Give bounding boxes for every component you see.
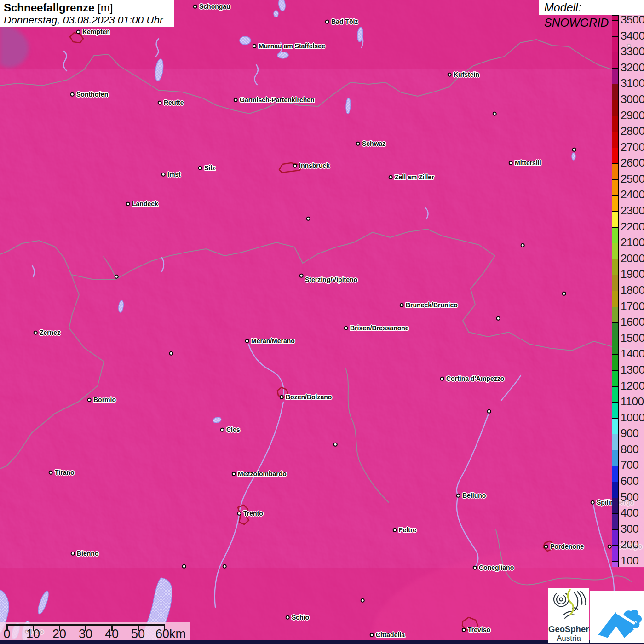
city-dot-icon [493, 112, 497, 116]
city-dot-icon [193, 5, 197, 9]
legend-color-cell [612, 148, 618, 164]
legend-color-cell [612, 196, 618, 212]
legend-color-cell [612, 116, 618, 132]
legend-color-cell [612, 37, 618, 53]
legend-color-cell [612, 402, 618, 419]
map-scalebar: 0102030405060km [0, 622, 190, 641]
city-label: Zernez [40, 329, 60, 336]
city-label: Treviso [468, 627, 490, 633]
city-dot-icon [76, 30, 80, 34]
city-label: Bienno [77, 550, 98, 557]
city-dot-icon [306, 217, 310, 221]
legend-tick-label: 500 [621, 492, 638, 503]
legend-tick-label: 700 [621, 460, 638, 472]
page-title: Schneefallgrenze [m] [4, 1, 174, 14]
legend-color-cell [612, 355, 618, 371]
legend-tick-label: 300 [621, 523, 638, 535]
legend-color-cell [612, 259, 618, 276]
city-dot-icon [400, 303, 404, 307]
city-dot-icon [220, 428, 224, 432]
city-label: Feltre [399, 527, 416, 533]
legend-color-cell [612, 530, 618, 546]
city-dot-icon [361, 598, 365, 603]
legend-tick-label: 1100 [621, 396, 644, 408]
legend-color-cell [612, 21, 618, 37]
city-dot-icon [87, 398, 92, 402]
city-dot-icon [370, 633, 374, 637]
city-label: Bad Tölz [331, 18, 358, 25]
legend-color-cell [612, 228, 618, 244]
city-dot-icon [293, 164, 297, 168]
city-label: Zell am Ziller [395, 174, 434, 180]
legend-color-cell [612, 546, 618, 562]
geosphere-country: Austria [548, 634, 589, 643]
city-label: Garmisch-Partenkirchen [240, 97, 315, 103]
city-dot-icon [440, 377, 444, 381]
city-dot-icon [521, 243, 525, 247]
bottom-strip [0, 640, 644, 644]
city-label: Schongau [199, 3, 230, 10]
city-dot-icon [344, 326, 348, 330]
city-label: Belluno [462, 492, 486, 499]
mountain-cloud-logo-icon [590, 591, 644, 643]
legend-color-cell [612, 164, 618, 180]
legend-color-cell [612, 132, 618, 148]
legend-color-cell [612, 339, 618, 355]
city-dot-icon [299, 274, 304, 278]
legend-tick-label: 1900 [621, 269, 644, 281]
city-label: Silz [204, 165, 215, 171]
city-dot-icon [223, 564, 227, 569]
city-dot-icon [334, 443, 338, 447]
city-label: Cles [226, 426, 240, 433]
model-box: Modell: SNOWGRID [539, 0, 644, 15]
legend-color-cell [612, 498, 618, 514]
city-dot-icon [234, 98, 238, 102]
legend-tick-label: 2100 [621, 237, 644, 248]
city-label: Conegliano [479, 564, 514, 571]
legend-color-cell [612, 307, 618, 323]
city-dot-icon [34, 331, 38, 335]
geosphere-contours-icon [548, 588, 589, 622]
city-label: Trento [243, 510, 263, 517]
scalebar-label: 10 [26, 628, 40, 640]
legend-tick-label: 1400 [621, 349, 644, 360]
city-dot-icon [182, 564, 186, 569]
legend-color-cell [612, 180, 618, 196]
title-text: Schneefallgrenze [4, 1, 94, 14]
city-dot-icon [70, 92, 75, 97]
title-datetime: Donnerstag, 03.08.2023 01:00 Uhr [4, 14, 174, 26]
legend-tick-label: 2200 [621, 221, 644, 233]
legend-tick-label: 1800 [621, 285, 644, 296]
legend-tick-label: 1500 [621, 333, 644, 344]
scalebar-label: 60km [155, 628, 186, 640]
legend-color-cell [612, 275, 618, 291]
legend-color-cell [612, 387, 618, 403]
scalebar-label: 30 [79, 628, 92, 640]
city-label: Schwaz [362, 140, 385, 147]
scalebar-label: 40 [105, 628, 119, 640]
city-label: Landeck [132, 201, 158, 207]
legend-tick-label: 200 [621, 540, 638, 551]
city-label: Bormio [93, 397, 116, 403]
legend-tick-label: 1200 [621, 380, 644, 392]
legend-tick-label: 800 [621, 444, 638, 455]
city-dot-icon [473, 566, 477, 570]
city-dot-icon [161, 172, 166, 177]
city-dot-icon [253, 44, 257, 48]
legend-color-cell [612, 450, 618, 466]
city-dot-icon [237, 512, 242, 516]
legend-color-cell [612, 323, 618, 339]
legend-tick-label: 400 [621, 507, 638, 519]
legend-tick-label: 3400 [621, 30, 644, 42]
city-dot-icon [71, 552, 75, 556]
city-label: Brixen/Bressanone [350, 325, 409, 331]
city-label: Meran/Merano [251, 338, 295, 344]
scalebar-label: 0 [3, 628, 10, 640]
legend-color-cell [612, 291, 618, 307]
city-dot-icon [198, 166, 202, 170]
city-dot-icon [49, 471, 53, 475]
legend-color-cell [612, 16, 618, 21]
legend-color-cell [612, 482, 618, 498]
legend-color-cell [612, 419, 618, 435]
city-dot-icon [456, 494, 460, 498]
